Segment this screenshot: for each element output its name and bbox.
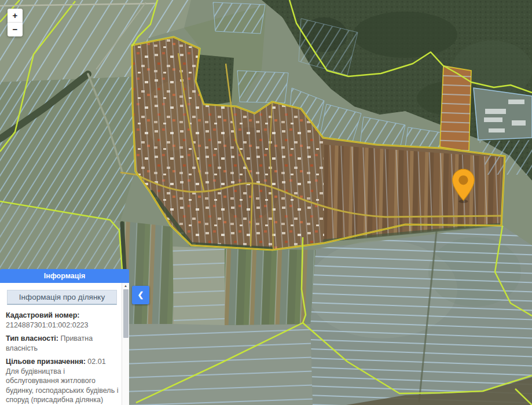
info-panel-header[interactable]: Інформація xyxy=(0,269,129,283)
info-panel-body: Інформація про ділянку Кадастровий номер… xyxy=(0,283,129,405)
cadastral-map-app: + − Інформація Інформація про ділянку Ка… xyxy=(0,0,532,405)
panel-scrollbar[interactable]: ▲ xyxy=(122,283,129,405)
scroll-up-icon[interactable]: ▲ xyxy=(122,283,129,289)
chevron-left-icon: ❮ xyxy=(138,290,144,299)
tab-parcel-info[interactable]: Інформація про ділянку xyxy=(7,290,117,305)
zoom-control: + − xyxy=(8,9,23,36)
field-label: Тип власності: xyxy=(6,334,58,343)
field-value: 2124887301:01:002:0223 xyxy=(6,321,89,329)
panel-collapse-button[interactable]: ❮ xyxy=(132,286,149,304)
zoom-in-button[interactable]: + xyxy=(8,9,23,23)
zoom-out-button[interactable]: − xyxy=(8,23,23,36)
field-cadastral-number: Кадастровий номер: 2124887301:01:002:022… xyxy=(6,311,119,330)
field-label: Цільове призначення: xyxy=(6,358,86,366)
field-designated-purpose: Цільове призначення: 02.01 Для будівницт… xyxy=(6,357,119,405)
field-label: Кадастровий номер: xyxy=(6,311,80,319)
scrollbar-thumb[interactable] xyxy=(123,289,129,338)
field-ownership-type: Тип власності: Приватна власність xyxy=(6,334,119,353)
info-panel: Інформація Інформація про ділянку Кадаст… xyxy=(0,269,129,405)
